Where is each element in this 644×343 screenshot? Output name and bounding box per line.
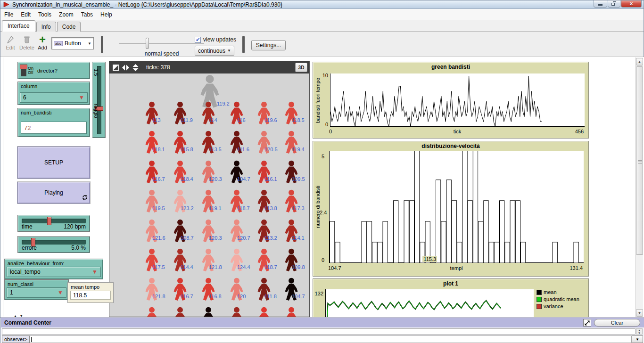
bandista-tempo-label: 121.8 bbox=[152, 294, 165, 299]
menu-item-tools[interactable]: Tools bbox=[34, 10, 55, 19]
3d-button[interactable]: 3D bbox=[295, 63, 307, 72]
bandista-tempo-label: 115.8 bbox=[181, 147, 193, 152]
bandista-tempo-label: 121.6 bbox=[152, 235, 165, 241]
widget-type-value: Button bbox=[65, 40, 81, 47]
y-tick-min: 0 bbox=[322, 257, 324, 263]
settings-button[interactable]: Settings... bbox=[251, 40, 286, 50]
interface-panel: OnOff director? column 6 ▼ num_bandisti … bbox=[0, 57, 644, 317]
edit-button[interactable]: Edit bbox=[3, 34, 17, 50]
command-center: ▲ ▼ Command Center Clear ▲▼ observer> ▼ bbox=[0, 317, 644, 343]
bandista-tempo-label: 119.1 bbox=[209, 205, 222, 211]
director-switch-label: director? bbox=[37, 68, 58, 74]
speed-slider-label: normal speed bbox=[119, 50, 204, 57]
menu-item-tabs[interactable]: Tabs bbox=[77, 10, 97, 19]
bandista-tempo-label: 116.7 bbox=[152, 176, 165, 182]
num-bandisti-input[interactable]: 72 bbox=[21, 122, 87, 134]
plot-title: distribuzione-velocità bbox=[313, 143, 588, 149]
output-mini-scrollbar[interactable]: ▲▼ bbox=[636, 328, 643, 335]
speed-slider-track[interactable] bbox=[119, 43, 204, 44]
tab-info[interactable]: Info bbox=[36, 22, 56, 32]
legend-entry-mean: mean bbox=[537, 289, 579, 295]
scrollbar-thumb[interactable] bbox=[636, 66, 643, 255]
legend-label: quadratic mean bbox=[544, 296, 579, 302]
bandista-tempo-label: 118.1 bbox=[152, 147, 165, 152]
tab-code[interactable]: Code bbox=[57, 22, 81, 32]
command-center-header: Command Center Clear bbox=[1, 318, 644, 327]
view-updates-label: view updates bbox=[203, 36, 236, 43]
command-input-row: observer> ▼ bbox=[2, 335, 643, 343]
expand-button[interactable] bbox=[583, 319, 591, 327]
menu-item-file[interactable]: File bbox=[0, 10, 17, 19]
bandista-tempo-label: 104.7 bbox=[237, 176, 250, 182]
y-tick-max: 10 bbox=[320, 73, 328, 78]
errore-slider[interactable]: errore 5.0 % bbox=[17, 236, 90, 253]
switch-handle[interactable] bbox=[20, 65, 27, 69]
bandista-tempo-label: 119.6 bbox=[264, 117, 277, 123]
analize-behaviour-value-box[interactable]: local_tempo ▼ bbox=[7, 267, 101, 277]
time-slider[interactable]: time 120 bpm bbox=[17, 215, 90, 232]
y-tick-min: 0 bbox=[320, 122, 328, 127]
num-classi-value-box[interactable]: 1 ▼ bbox=[7, 287, 66, 298]
edit-label: Edit bbox=[3, 45, 17, 50]
chevron-down-icon: ▼ bbox=[79, 94, 84, 101]
menu-item-edit[interactable]: Edit bbox=[17, 10, 34, 19]
restore-button[interactable] bbox=[608, 0, 620, 8]
minimize-button[interactable] bbox=[594, 0, 607, 8]
command-input[interactable] bbox=[30, 335, 632, 343]
person-shape bbox=[255, 307, 273, 317]
menu-item-help[interactable]: Help bbox=[97, 10, 116, 19]
chevron-down-icon: ▼ bbox=[227, 49, 231, 53]
history-dropdown-button[interactable]: ▼ bbox=[632, 335, 643, 343]
num-classi-chooser[interactable]: num_classi 1 ▼ bbox=[4, 279, 69, 300]
person-shape bbox=[282, 307, 301, 317]
vertical-arrows-icon[interactable] bbox=[132, 64, 139, 71]
menu-item-zoom[interactable]: Zoom bbox=[55, 10, 77, 19]
scroll-down-button[interactable]: ▼ bbox=[636, 309, 643, 317]
setup-button[interactable]: SETUP bbox=[17, 147, 90, 179]
legend-swatch bbox=[537, 290, 542, 295]
close-button[interactable]: × bbox=[621, 0, 642, 8]
bandista-tempo-label: 114.4 bbox=[181, 264, 193, 270]
bandista-tempo-label: 109.5 bbox=[292, 176, 305, 182]
update-mode-dropdown[interactable]: continuous ▼ bbox=[195, 46, 234, 56]
errore-slider-label: errore bbox=[22, 245, 37, 251]
time-slider-track[interactable] bbox=[22, 219, 86, 223]
bandista-tempo-label: 120.5 bbox=[264, 147, 278, 152]
diagonal-arrows-icon bbox=[585, 320, 590, 326]
widget-type-dropdown[interactable]: abc Button ▼ bbox=[51, 37, 94, 49]
bandista-person bbox=[142, 307, 161, 317]
chevron-down-icon: ▼ bbox=[88, 41, 91, 46]
bandista-tempo-label: 120 bbox=[237, 294, 246, 299]
view-updates-checkbox[interactable]: ✔ bbox=[195, 37, 201, 43]
clear-button[interactable]: Clear bbox=[594, 319, 640, 327]
switch-onoff-labels: OnOff bbox=[28, 66, 33, 75]
splitter-handle[interactable]: ▲ ▼ bbox=[14, 314, 24, 318]
add-button[interactable]: + Add bbox=[35, 34, 50, 50]
column-chooser-value-box[interactable]: 6 ▼ bbox=[20, 92, 88, 103]
setup-button-label: SETUP bbox=[44, 159, 63, 166]
origin-icon[interactable] bbox=[113, 65, 119, 71]
legend-label: variance bbox=[544, 303, 563, 309]
playing-button[interactable]: Playing bbox=[17, 182, 90, 204]
y-axis-label: bandisti fuori tempo bbox=[315, 78, 321, 123]
column-chooser[interactable]: column 6 ▼ bbox=[17, 82, 90, 105]
raggio-slider-track[interactable] bbox=[97, 66, 101, 134]
analize-behaviour-chooser[interactable]: analize_behaviour_from: local_tempo ▼ bbox=[4, 259, 103, 279]
bandista-tempo-label: 116.8 bbox=[209, 294, 222, 299]
tab-interface[interactable]: Interface bbox=[2, 20, 35, 32]
num-bandisti-input-widget: num_bandisti 72 bbox=[17, 108, 90, 137]
speed-slider-thumb[interactable] bbox=[146, 38, 149, 49]
plots-column: green bandisti100bandisti fuori tempo045… bbox=[313, 62, 589, 317]
bandista-person bbox=[199, 307, 218, 317]
director-switch[interactable]: OnOff director? bbox=[17, 62, 90, 79]
delete-button[interactable]: Delete bbox=[17, 34, 36, 50]
vertical-scrollbar[interactable]: ▲ ▼ bbox=[635, 57, 643, 317]
horizontal-arrows-icon[interactable] bbox=[122, 65, 129, 71]
analize-behaviour-value: local_tempo bbox=[10, 269, 41, 275]
y-axis-label: numero di bandisti bbox=[315, 186, 321, 228]
raggio-slider[interactable]: 1.5 raggio bbox=[92, 62, 106, 138]
time-slider-label: time bbox=[22, 223, 33, 230]
scroll-up-button[interactable]: ▲ bbox=[636, 58, 643, 65]
plot-area bbox=[325, 289, 534, 317]
mean-tempo-label: mean tempo bbox=[68, 283, 113, 290]
